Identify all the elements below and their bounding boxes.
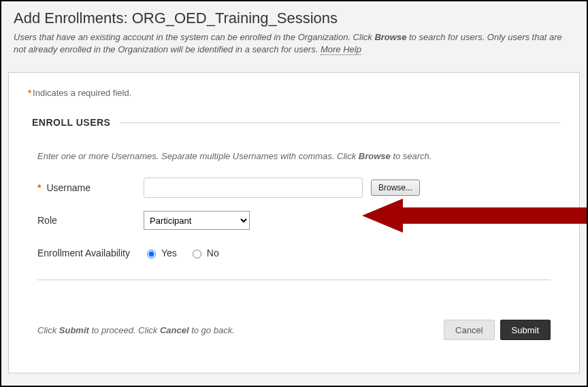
availability-no-label: No	[207, 248, 219, 258]
instructions-text: Enter one or more Usernames. Separate mu…	[37, 151, 560, 161]
footer-pre: Click	[37, 325, 59, 335]
availability-no-radio[interactable]	[193, 250, 201, 258]
instr-pre: Enter one or more Usernames. Separate mu…	[37, 151, 359, 161]
role-label: Role	[37, 215, 144, 226]
form-panel: *Indicates a required field. ENROLL USER…	[8, 72, 580, 373]
footer-buttons: Cancel Submit	[444, 320, 551, 340]
availability-yes-option[interactable]: Yes	[144, 248, 177, 258]
browse-button[interactable]: Browse...	[371, 180, 420, 196]
page-title: Add Enrollments: ORG_OED_Training_Sessio…	[14, 10, 574, 27]
availability-label-text: Enrollment Availability	[37, 248, 130, 258]
username-label: * Username	[37, 182, 144, 193]
availability-no-option[interactable]: No	[189, 248, 219, 258]
page-header: Add Enrollments: ORG_OED_Training_Sessio…	[1, 1, 587, 65]
username-label-text: Username	[46, 182, 91, 193]
availability-row: Enrollment Availability Yes No	[37, 243, 560, 263]
footer-mid: to proceed. Click	[89, 325, 160, 335]
footer-post: to go back.	[189, 325, 235, 335]
username-controls: Browse...	[144, 178, 420, 198]
cancel-button[interactable]: Cancel	[444, 320, 494, 340]
required-field-note: *Indicates a required field.	[28, 88, 560, 98]
instr-browse-word: Browse	[359, 151, 391, 161]
asterisk-icon: *	[37, 182, 42, 193]
desc-browse-word: Browse	[374, 32, 406, 42]
username-row: * Username Browse...	[37, 178, 560, 198]
role-controls: Participant	[144, 211, 250, 230]
availability-label: Enrollment Availability	[37, 248, 144, 258]
footer-cancel-word: Cancel	[160, 325, 189, 335]
availability-yes-label: Yes	[161, 248, 177, 258]
availability-yes-radio[interactable]	[147, 250, 156, 258]
instr-post: to search.	[391, 151, 432, 161]
footer-instructions: Click Submit to proceed. Click Cancel to…	[37, 325, 235, 335]
section-title: ENROLL USERS	[32, 117, 120, 128]
username-input[interactable]	[144, 178, 363, 198]
more-help-link[interactable]: More Help	[321, 44, 361, 55]
availability-controls: Yes No	[144, 248, 219, 258]
required-note-text: Indicates a required field.	[33, 88, 131, 98]
footer-row: Click Submit to proceed. Click Cancel to…	[37, 320, 551, 340]
desc-text-pre: Users that have an existing account in t…	[14, 32, 374, 42]
page-frame: Add Enrollments: ORG_OED_Training_Sessio…	[0, 0, 588, 387]
role-row: Role Participant	[37, 210, 560, 231]
role-label-text: Role	[37, 215, 57, 226]
section-header-row: ENROLL USERS	[32, 117, 560, 128]
role-select[interactable]: Participant	[144, 211, 250, 230]
form-divider	[37, 280, 551, 280]
footer-submit-word: Submit	[59, 325, 89, 335]
section-divider	[120, 122, 560, 123]
asterisk-icon: *	[28, 88, 33, 98]
submit-button[interactable]: Submit	[500, 320, 551, 340]
page-description: Users that have an existing account in t…	[14, 31, 574, 56]
